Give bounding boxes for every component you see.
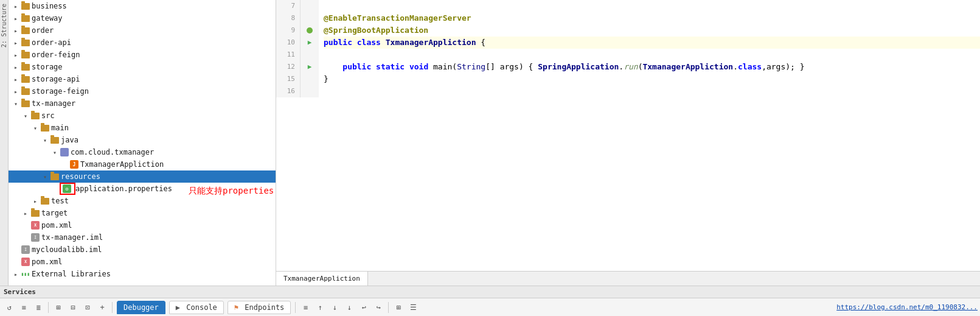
debugger-tab[interactable]: Debugger (117, 301, 165, 314)
tree-item-main[interactable]: main (9, 122, 276, 134)
line-numbers: 7891011121516 (276, 0, 301, 97)
sep3 (295, 302, 296, 313)
tree-item-pom.xml[interactable]: Xpom.xml (9, 219, 276, 231)
scroll-down-btn[interactable]: ↓ (328, 301, 341, 314)
tree-icon-xml: X (30, 220, 40, 230)
up-btn[interactable]: ≡ (17, 301, 30, 314)
endpoints-tab[interactable]: ⚑ Endpoints (228, 301, 291, 314)
line-num-8: 8 (276, 12, 295, 24)
tree-item-mycloudalibb.iml[interactable]: Imycloudalibb.iml (9, 244, 276, 256)
scroll-up-btn[interactable]: ↑ (313, 301, 327, 314)
tree-icon-folder (21, 26, 30, 35)
tree-icon-folder (21, 13, 30, 23)
grid-btn[interactable]: ⊞ (392, 301, 405, 314)
tree-icon-folder (40, 123, 50, 133)
tree-label-storage: storage (32, 63, 63, 71)
sep1 (48, 302, 49, 313)
tree-item-tx-manager.iml[interactable]: Itx-manager.iml (9, 231, 276, 244)
structure-tab-label[interactable]: 2: Structure (0, 0, 8, 51)
pin-btn[interactable]: ⊡ (81, 301, 94, 314)
sidebar-wrapper: 2: Structure businessgatewayorderorder-a… (0, 0, 276, 286)
red-border-wrapper: ⚙ (60, 183, 75, 195)
tree-item-target[interactable]: target (9, 207, 276, 219)
tree-icon-folder (50, 135, 60, 145)
tree-label-java: java (61, 136, 78, 144)
tree-item-order[interactable]: order (9, 24, 276, 37)
gutter-cell-12: ▶ (301, 61, 319, 73)
tree-label-storage-api: storage-api (32, 75, 80, 83)
debug-icon[interactable]: ▶ (308, 61, 312, 73)
tree-item-order-api[interactable]: order-api (9, 37, 276, 49)
plus-btn[interactable]: + (96, 301, 109, 314)
endpoints-label: Endpoints (245, 303, 284, 312)
down-btn[interactable]: ≣ (32, 301, 45, 314)
gutter: ▶▶ (301, 0, 319, 97)
forward-btn[interactable]: ↪ (372, 301, 385, 314)
gutter-cell-16 (301, 85, 319, 97)
tree-icon-folder (30, 111, 40, 121)
run-icon[interactable]: ▶ (308, 37, 312, 49)
back-btn[interactable]: ↩ (357, 301, 370, 314)
tree-arrow-order (11, 26, 21, 35)
console-tab[interactable]: ▶ Console (169, 301, 224, 314)
tree-label-test: test (51, 197, 69, 205)
editor-tab-txmanager[interactable]: TxmanagerAppliction (276, 272, 368, 286)
tree-item-com.cloud.txmanager[interactable]: com.cloud.txmanager (9, 146, 276, 158)
editor-panel: 7891011121516 ▶▶ @EnableTransactionManag… (276, 0, 980, 286)
services-bar: Services (0, 286, 980, 298)
tree-arrow-business (11, 1, 21, 11)
list-btn[interactable]: ☰ (406, 301, 420, 314)
tree-arrow-storage (11, 62, 21, 72)
editor-content: 7891011121516 ▶▶ @EnableTransactionManag… (276, 0, 980, 97)
code-line-16 (324, 85, 980, 97)
tree-item-storage-api[interactable]: storage-api (9, 73, 276, 85)
tree-item-storage-feign[interactable]: storage-feign (9, 85, 276, 97)
tree-btn[interactable]: ⊞ (52, 301, 65, 314)
code-line-7 (324, 0, 980, 12)
tree-label-pom.xml: pom.xml (41, 221, 72, 230)
tree-item-test[interactable]: test (9, 195, 276, 207)
code-editor[interactable]: 7891011121516 ▶▶ @EnableTransactionManag… (276, 0, 980, 271)
tree-item-tx-manager[interactable]: tx-manager (9, 97, 276, 110)
tree-label-order-api: order-api (32, 38, 71, 47)
left-tabs: 2: Structure (0, 0, 9, 286)
gutter-cell-15 (301, 73, 319, 85)
tree-arrow-tx-manager (11, 99, 21, 108)
services-label: Services (4, 288, 36, 296)
refresh-btn[interactable]: ↺ (2, 301, 16, 314)
tree-item-External Libraries[interactable]: ▮▮▮External Libraries (9, 268, 276, 280)
align-btn[interactable]: ≡ (299, 301, 312, 314)
tree-arrow-resources (40, 172, 50, 181)
filter-btn[interactable]: ⊟ (66, 301, 80, 314)
code-line-12: public static void main(String[] args) {… (324, 61, 980, 73)
tree-item-src[interactable]: src (9, 110, 276, 122)
gutter-cell-9 (301, 24, 319, 37)
tree-label-pom.xml2: pom.xml (32, 258, 63, 266)
editor-tab-bar: TxmanagerAppliction (276, 271, 980, 286)
bottom-toolbar: ↺ ≡ ≣ ⊞ ⊟ ⊡ + Debugger ▶ Console ⚑ Endpo… (0, 298, 980, 316)
tree-label-com.cloud.txmanager: com.cloud.txmanager (71, 148, 154, 156)
tree-arrow-gateway (11, 13, 21, 23)
tree-item-java[interactable]: java (9, 134, 276, 146)
tree-icon-folder (30, 208, 40, 218)
tree-icon-folder (21, 62, 30, 72)
step-btn[interactable]: ↓ (342, 301, 356, 314)
line-num-15: 15 (276, 73, 295, 85)
sep4 (388, 302, 389, 313)
tree-item-TxmanagerAppliction[interactable]: JTxmanagerAppliction (9, 158, 276, 170)
tree-arrow-storage-api (11, 74, 21, 84)
line-num-10: 10 (276, 37, 295, 49)
gutter-cell-7 (301, 0, 319, 12)
tree-icon-resources (50, 172, 60, 181)
tree-label-storage-feign: storage-feign (32, 87, 89, 96)
tree-item-storage[interactable]: storage (9, 61, 276, 73)
tree-item-order-feign[interactable]: order-feign (9, 49, 276, 61)
tree-item-gateway[interactable]: gateway (9, 12, 276, 24)
status-url[interactable]: https://blog.csdn.net/m0_1190832... (836, 303, 978, 311)
tree-item-pom.xml2[interactable]: Xpom.xml (9, 256, 276, 268)
tree-item-resources[interactable]: resources (9, 170, 276, 183)
line-num-16: 16 (276, 85, 295, 97)
tree-arrow-order-api (11, 38, 21, 47)
tree-item-business[interactable]: business (9, 0, 276, 12)
file-tree: businessgatewayorderorder-apiorder-feign… (9, 0, 276, 286)
